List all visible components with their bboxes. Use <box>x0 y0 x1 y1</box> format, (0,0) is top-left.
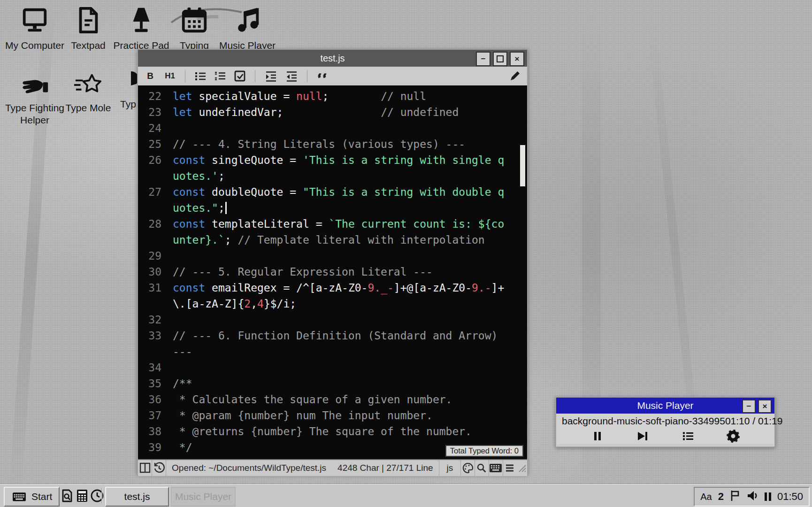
lamp-icon <box>127 6 156 35</box>
bullet-list-icon <box>194 69 207 83</box>
pause-button[interactable] <box>588 429 607 443</box>
calculator-launcher[interactable] <box>75 489 89 502</box>
line-number: 27 <box>138 184 161 200</box>
settings-button[interactable] <box>724 429 743 443</box>
bold-button[interactable]: B <box>144 69 157 83</box>
editor-toolbar: B H1 <box>138 67 527 85</box>
editor-scrollbar-thumb[interactable] <box>520 145 525 186</box>
taskbar-divider <box>101 488 102 504</box>
taskbar-clock: 01:50 <box>777 491 803 503</box>
search-icon <box>476 462 487 474</box>
track-name: background-music-soft-piano-334995 <box>562 415 725 427</box>
toolbar-separator <box>185 70 185 82</box>
maximize-icon <box>497 55 504 62</box>
split-view-button[interactable] <box>138 460 152 476</box>
desktop-icon-label: Type Fighting Helper <box>4 102 66 126</box>
tray-flag[interactable] <box>730 490 740 504</box>
tray-volume[interactable] <box>746 490 758 503</box>
indent-decrease-icon <box>284 69 299 83</box>
history-button[interactable] <box>152 460 166 476</box>
virtual-keyboard-button[interactable] <box>489 460 503 476</box>
keyboard-icon <box>489 463 502 473</box>
line-number <box>138 296 161 312</box>
numbered-list-icon <box>214 69 227 83</box>
statusbar-language[interactable]: js <box>439 460 460 476</box>
code-row: 24 <box>138 120 527 136</box>
desktop-icon-type-fighting-helper[interactable]: Type Fighting Helper <box>4 73 66 126</box>
edit-pencil-button[interactable] <box>508 69 521 83</box>
code-row: 30// --- 5. Regular Expression Literal -… <box>138 264 527 280</box>
history-icon <box>153 462 165 474</box>
file-search-launcher[interactable] <box>60 489 74 502</box>
code-row: 29 <box>138 248 527 264</box>
code-row: 37 * @param {number} num The input numbe… <box>138 407 527 423</box>
quote-icon <box>316 70 329 82</box>
playlist-button[interactable] <box>679 429 697 443</box>
desktop-icon-my-computer[interactable]: My Computer <box>4 6 66 52</box>
quote-button[interactable] <box>316 69 329 83</box>
code-row: 22let specialValue = null; // null <box>138 88 527 104</box>
maximize-button[interactable] <box>493 52 507 66</box>
split-view-icon <box>139 462 151 474</box>
close-button[interactable]: × <box>510 52 524 66</box>
tray-count[interactable]: 2 <box>718 491 724 503</box>
line-number: 30 <box>138 264 161 280</box>
code-lines: 22let specialValue = null; // null23let … <box>138 88 527 455</box>
desktop-icon-hidden[interactable]: Typ <box>120 69 139 110</box>
tray-pause[interactable] <box>765 492 771 501</box>
indent-decrease-button[interactable] <box>284 69 299 83</box>
next-track-button[interactable] <box>633 429 652 443</box>
indent-increase-icon <box>264 69 278 83</box>
code-row: 26const singleQuote = 'This is a string … <box>138 152 527 168</box>
code-editor[interactable]: 22let specialValue = null; // null23let … <box>138 85 527 459</box>
hand-icon <box>20 73 49 97</box>
clock-launcher[interactable] <box>90 489 104 502</box>
start-button[interactable]: Start <box>4 487 60 507</box>
toolbar-separator <box>307 70 307 82</box>
line-number: 26 <box>138 152 161 168</box>
numbered-list-button[interactable] <box>214 69 227 83</box>
font-indicator[interactable]: Aa <box>700 492 712 502</box>
theme-palette-button[interactable] <box>461 460 475 476</box>
music-player-titlebar[interactable]: Music Player − × <box>556 398 774 414</box>
playlist-icon <box>682 431 694 441</box>
taskbar-task-testjs[interactable]: test.js <box>105 487 169 507</box>
code-row: 31const emailRegex = /^[a-zA-Z0-9._-]+@[… <box>138 280 527 296</box>
line-number: 34 <box>138 360 161 376</box>
code-row: uotes."; <box>138 200 527 216</box>
resize-grip[interactable] <box>517 460 527 476</box>
editor-window: test.js − × B H1 <box>137 49 528 474</box>
heading-button[interactable]: H1 <box>163 69 176 83</box>
statusbar-char-line-count: 4248 Char | 27/171 Line <box>332 460 439 476</box>
pause-icon <box>765 492 771 501</box>
minimize-button[interactable]: − <box>742 399 756 413</box>
close-button[interactable]: × <box>758 399 772 413</box>
line-number: 36 <box>138 392 161 407</box>
desktop-icon-type-mole[interactable]: Type Mole <box>57 73 119 114</box>
taskbar-task-music-player[interactable]: Music Player <box>171 487 236 507</box>
desktop-icon-music-player[interactable]: Music Player <box>216 6 278 52</box>
music-player-window: Music Player − × background-music-soft-p… <box>555 397 775 447</box>
line-number: 38 <box>138 423 161 439</box>
checkbox-button[interactable] <box>233 69 246 83</box>
code-row: 36 * Calculates the square of a given nu… <box>138 392 527 407</box>
menu-button[interactable] <box>503 460 517 476</box>
line-number: 37 <box>138 407 161 423</box>
code-row: 25// --- 4. String Literals (various typ… <box>138 136 527 152</box>
track-time: 01:10 / 01:19 <box>725 415 783 427</box>
minimize-button[interactable]: − <box>476 52 490 66</box>
palette-icon <box>462 462 474 474</box>
music-player-title: Music Player <box>637 400 693 411</box>
editor-titlebar[interactable]: test.js − × <box>138 50 527 67</box>
bullet-list-button[interactable] <box>194 69 207 83</box>
editor-statusbar: Opened: ~/Documents/WildType/test.js 424… <box>138 459 527 476</box>
edit-pencil-icon <box>508 69 521 83</box>
line-number: 28 <box>138 216 161 232</box>
taskbar: Start <box>0 484 812 507</box>
code-row: 34 <box>138 360 527 376</box>
calculator-icon <box>76 489 88 503</box>
search-button[interactable] <box>475 460 489 476</box>
indent-increase-button[interactable] <box>264 69 278 83</box>
next-track-icon <box>636 431 649 441</box>
code-row: 38 * @returns {number} The square of the… <box>138 423 527 439</box>
